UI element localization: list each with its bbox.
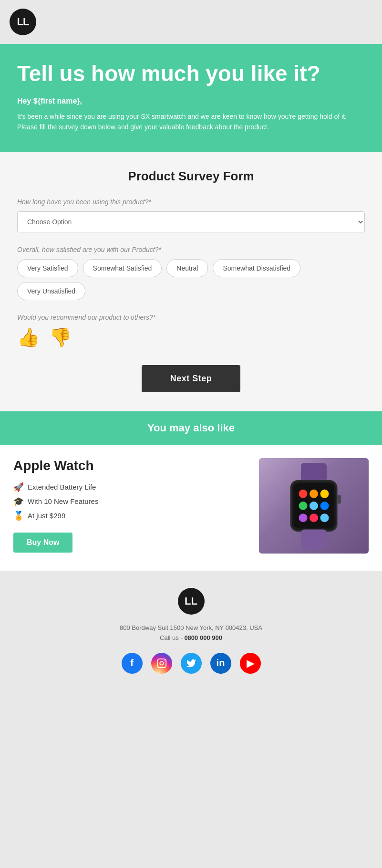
survey-title: Product Survey Form <box>17 169 365 184</box>
youtube-icon[interactable]: ▶ <box>240 653 261 674</box>
feature-price-text: At just $299 <box>28 512 65 520</box>
svg-point-12 <box>320 513 329 522</box>
rocket-icon: 🚀 <box>13 482 24 492</box>
question1-label: How long have you been using this produc… <box>17 198 365 206</box>
satisfaction-options: Very Satisfied Somewhat Satisfied Neutra… <box>17 259 365 300</box>
medal-icon: 🏅 <box>13 511 24 521</box>
option-somewhat-dissatisfied[interactable]: Somewhat Dissatisfied <box>213 259 300 277</box>
question2-label: Overall, how satisfied are you with our … <box>17 246 365 253</box>
hero-body: It's been a while since you are using yo… <box>17 111 365 133</box>
survey-section: Product Survey Form How long have you be… <box>0 152 382 411</box>
facebook-icon[interactable]: f <box>122 653 143 674</box>
footer-phone: Call us - 0800 000 900 <box>10 634 372 641</box>
svg-rect-14 <box>301 529 327 549</box>
svg-point-5 <box>310 489 318 498</box>
product-card: Apple Watch 🚀 Extended Battery Life 🎓 Wi… <box>0 445 382 571</box>
svg-point-7 <box>299 502 308 510</box>
svg-rect-13 <box>338 495 341 503</box>
watch-svg <box>273 463 354 549</box>
linkedin-icon[interactable]: in <box>210 653 231 674</box>
svg-rect-15 <box>157 659 165 668</box>
instagram-icon[interactable] <box>151 653 172 674</box>
social-icons: f in ▶ <box>10 653 372 674</box>
product-features: 🚀 Extended Battery Life 🎓 With 10 New Fe… <box>13 482 248 521</box>
footer-phone-number: 0800 000 900 <box>184 634 222 641</box>
svg-point-4 <box>299 489 308 498</box>
logo: LL <box>10 9 36 35</box>
feature-new-features: 🎓 With 10 New Features <box>13 496 248 507</box>
product-name: Apple Watch <box>13 458 248 473</box>
footer-address: 800 Bordway Suit 1500 New York, NY 00042… <box>10 624 372 631</box>
option-very-satisfied[interactable]: Very Satisfied <box>17 259 78 277</box>
next-step-button[interactable]: Next Step <box>142 365 241 392</box>
next-step-container: Next Step <box>17 365 365 392</box>
hero-greeting: Hey ${first name}, <box>17 97 365 105</box>
thumbs-up-icon[interactable]: 👍 <box>17 327 40 348</box>
footer: LL 800 Bordway Suit 1500 New York, NY 00… <box>0 571 382 688</box>
also-like-title: You may also like <box>147 422 235 434</box>
grad-icon: 🎓 <box>13 496 24 507</box>
hero-title: Tell us how much you like it? <box>17 61 365 86</box>
feature-battery: 🚀 Extended Battery Life <box>13 482 248 492</box>
feature-price: 🏅 At just $299 <box>13 511 248 521</box>
question3-group: Would you recommend our product to other… <box>17 314 365 348</box>
hero-banner: Tell us how much you like it? Hey ${firs… <box>0 44 382 152</box>
option-somewhat-satisfied[interactable]: Somewhat Satisfied <box>83 259 162 277</box>
svg-point-10 <box>299 513 308 522</box>
question2-group: Overall, how satisfied are you with our … <box>17 246 365 300</box>
feature-new-features-text: With 10 New Features <box>28 497 98 505</box>
option-very-unsatisfied[interactable]: Very Unsatisfied <box>17 282 85 300</box>
svg-point-6 <box>320 489 329 498</box>
recommend-icons: 👍 👎 <box>17 327 365 348</box>
footer-logo: LL <box>178 588 205 615</box>
product-info: Apple Watch 🚀 Extended Battery Life 🎓 Wi… <box>13 458 248 553</box>
option-neutral[interactable]: Neutral <box>166 259 208 277</box>
svg-point-16 <box>160 661 163 665</box>
also-like-banner: You may also like <box>0 411 382 445</box>
thumbs-down-icon[interactable]: 👎 <box>49 327 72 348</box>
product-image <box>259 458 369 554</box>
twitter-icon[interactable] <box>181 653 202 674</box>
question1-group: How long have you been using this produc… <box>17 198 365 232</box>
svg-point-9 <box>320 502 329 510</box>
svg-point-11 <box>310 513 318 522</box>
svg-rect-0 <box>301 463 327 482</box>
buy-now-button[interactable]: Buy Now <box>13 533 72 553</box>
question3-label: Would you recommend our product to other… <box>17 314 365 321</box>
feature-battery-text: Extended Battery Life <box>28 483 96 491</box>
svg-point-8 <box>310 502 318 510</box>
duration-select[interactable]: Choose Option Less than 1 month 1-3 mont… <box>17 211 365 232</box>
logo-area: LL <box>0 0 382 44</box>
svg-point-17 <box>163 660 164 661</box>
